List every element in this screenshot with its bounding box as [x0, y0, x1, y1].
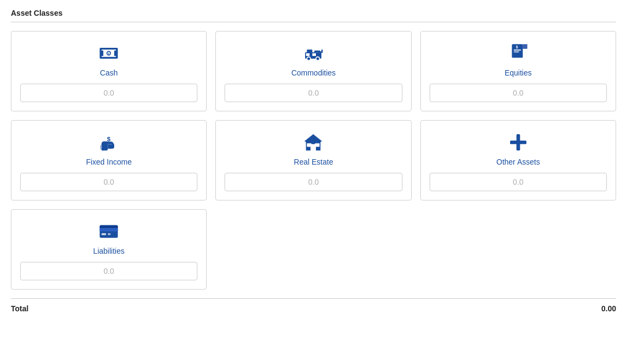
- svg-point-11: [316, 57, 320, 61]
- real-estate-label: Real Estate: [294, 158, 333, 166]
- svg-rect-13: [313, 53, 316, 56]
- svg-marker-24: [305, 135, 321, 142]
- section-title: Asset Classes: [11, 9, 616, 22]
- fixed-income-icon: $: [98, 131, 120, 153]
- equities-icon: $: [507, 42, 529, 64]
- card-cash: $ Cash: [11, 31, 207, 111]
- card-other-assets: Other Assets: [420, 120, 616, 200]
- svg-rect-8: [307, 49, 313, 53]
- svg-rect-12: [306, 53, 310, 56]
- commodities-icon: [302, 42, 324, 64]
- svg-rect-9: [314, 51, 321, 52]
- card-liabilities: Liabilities: [11, 209, 207, 290]
- fixed-income-input[interactable]: [20, 173, 197, 191]
- other-assets-icon: [507, 131, 529, 153]
- total-bar: Total 0.00: [11, 298, 616, 313]
- svg-rect-32: [102, 233, 106, 235]
- fixed-income-label: Fixed Income: [86, 158, 132, 166]
- cash-input[interactable]: [20, 84, 197, 102]
- equities-input[interactable]: [430, 84, 607, 102]
- asset-grid-row1: $ Cash Commodities: [11, 31, 616, 111]
- real-estate-input[interactable]: [225, 173, 402, 191]
- equities-label: Equities: [505, 68, 532, 77]
- empty-slot-1: [215, 209, 411, 290]
- asset-grid-row3: Liabilities: [11, 209, 616, 290]
- total-value: 0.00: [601, 304, 616, 313]
- svg-rect-33: [108, 233, 110, 235]
- svg-rect-29: [510, 141, 526, 145]
- svg-rect-5: [101, 51, 103, 56]
- svg-text:$: $: [516, 45, 518, 49]
- svg-rect-6: [114, 51, 117, 56]
- commodities-label: Commodities: [291, 68, 336, 77]
- card-equities: $ Equities: [420, 31, 616, 111]
- other-assets-input[interactable]: [430, 173, 607, 191]
- svg-rect-15: [321, 49, 323, 53]
- svg-text:$: $: [107, 135, 111, 142]
- total-label: Total: [11, 304, 28, 313]
- asset-grid-row2: $ Fixed Income Real Esta: [11, 120, 616, 200]
- card-commodities: Commodities: [215, 31, 411, 111]
- svg-rect-26: [307, 143, 312, 147]
- svg-rect-20: [513, 52, 519, 53]
- other-assets-label: Other Assets: [496, 158, 540, 166]
- commodities-input[interactable]: [225, 84, 402, 102]
- svg-rect-27: [315, 143, 320, 147]
- cash-icon: $: [98, 42, 120, 64]
- cash-label: Cash: [100, 68, 118, 77]
- real-estate-icon: [302, 131, 324, 153]
- svg-rect-31: [100, 228, 117, 231]
- card-real-estate: Real Estate: [215, 120, 411, 200]
- svg-rect-18: [523, 44, 527, 48]
- empty-slot-2: [420, 209, 616, 290]
- svg-point-10: [307, 57, 311, 61]
- liabilities-icon: [98, 221, 120, 242]
- liabilities-label: Liabilities: [93, 247, 125, 255]
- liabilities-input[interactable]: [20, 262, 197, 280]
- svg-rect-34: [100, 226, 117, 228]
- card-fixed-income: $ Fixed Income: [11, 120, 207, 200]
- svg-rect-19: [513, 49, 520, 51]
